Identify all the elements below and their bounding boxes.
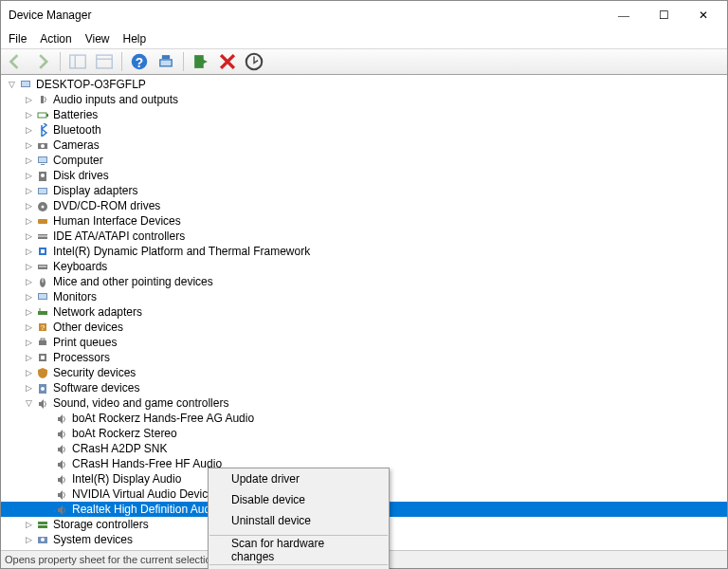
expand-arrow-icon[interactable]: ▷ — [24, 171, 33, 180]
collapse-arrow-icon[interactable]: ▽ — [7, 80, 16, 89]
context-menu[interactable]: Update driverDisable deviceUninstall dev… — [208, 468, 390, 569]
expand-arrow-icon[interactable]: ▷ — [24, 110, 33, 119]
expand-arrow-icon[interactable]: ▷ — [24, 231, 33, 241]
tree-category[interactable]: ▷Monitors — [1, 289, 727, 304]
tree-label: Processors — [53, 351, 110, 364]
forward-button[interactable] — [31, 50, 54, 73]
tree-label: Software devices — [53, 381, 139, 395]
expand-arrow-icon[interactable]: ▷ — [24, 247, 33, 256]
tree-category-sound[interactable]: ▽Sound, video and game controllers — [1, 395, 727, 411]
tree-category[interactable]: ▷Disk drives — [1, 168, 727, 183]
expand-arrow-icon[interactable]: ▷ — [24, 277, 33, 286]
properties-button[interactable] — [93, 50, 116, 73]
expand-arrow-icon[interactable]: ▷ — [24, 216, 33, 226]
help-button[interactable]: ? — [128, 50, 151, 73]
collapse-arrow-icon[interactable]: ▽ — [24, 398, 33, 408]
context-menu-item[interactable]: Scan for hardware changes — [209, 540, 389, 560]
menu-action[interactable]: Action — [40, 32, 71, 46]
tree-category[interactable]: ▷Bluetooth — [1, 122, 727, 138]
maximize-button[interactable]: ☐ — [644, 4, 683, 27]
expand-arrow-icon[interactable]: ▷ — [24, 201, 33, 211]
tree-device[interactable]: boAt Rockerz Hands-Free AG Audio — [1, 411, 727, 426]
svg-rect-7 — [161, 61, 172, 66]
tree-root[interactable]: ▽DESKTOP-O3FGFLP — [1, 77, 727, 92]
expand-arrow-icon[interactable]: ▷ — [24, 262, 33, 271]
tree-device[interactable]: boAt Rockerz Stereo — [1, 426, 727, 441]
scan-hardware-button[interactable] — [155, 50, 177, 73]
tree-label: Intel(R) Display Audio — [72, 472, 181, 486]
tree-category[interactable]: ▷Network adapters — [1, 304, 727, 320]
expand-arrow-icon[interactable]: ▷ — [24, 156, 33, 165]
software-icon — [36, 381, 49, 395]
tree-label: CRasH A2DP SNK — [72, 442, 167, 455]
device-manager-window: Device Manager — ☐ ✕ File Action View He… — [0, 0, 728, 569]
back-button[interactable] — [5, 50, 27, 73]
menu-help[interactable]: Help — [123, 32, 147, 46]
svg-point-22 — [41, 174, 45, 177]
statusbar-text: Opens property sheet for the current sel… — [5, 554, 220, 565]
tree-category[interactable]: ▷Mice and other pointing devices — [1, 274, 727, 289]
disable-device-button[interactable] — [216, 50, 239, 73]
tree-category[interactable]: ▷Intel(R) Dynamic Platform and Thermal F… — [1, 244, 727, 259]
tree-label: Mice and other pointing devices — [53, 275, 213, 288]
context-menu-item[interactable]: Uninstall device — [209, 510, 389, 531]
tree-category[interactable]: ▷Batteries — [1, 107, 727, 122]
close-button[interactable]: ✕ — [683, 4, 723, 27]
tree-label: Security devices — [53, 366, 136, 379]
expand-arrow-icon[interactable]: ▷ — [24, 140, 33, 150]
menu-file[interactable]: File — [9, 32, 27, 46]
ide-icon — [36, 229, 49, 243]
expand-arrow-icon[interactable]: ▷ — [24, 292, 33, 302]
tree-label: DVD/CD-ROM drives — [53, 199, 160, 212]
expand-arrow-icon[interactable]: ▷ — [24, 383, 33, 393]
context-menu-item[interactable]: Update driver — [209, 468, 389, 489]
minimize-button[interactable]: — — [604, 4, 644, 27]
expand-arrow-icon[interactable]: ▷ — [24, 368, 33, 377]
show-hide-tree-button[interactable] — [66, 50, 89, 73]
toolbar: ? — [1, 48, 727, 75]
menu-view[interactable]: View — [85, 32, 110, 46]
tree-label: Realtek High Definition Audio — [72, 503, 219, 516]
tree-category[interactable]: ▷Processors — [1, 350, 727, 365]
svg-rect-48 — [38, 522, 47, 524]
speaker-icon — [55, 503, 68, 516]
expand-arrow-icon[interactable]: ▷ — [24, 95, 33, 104]
tree-device[interactable]: CRasH A2DP SNK — [1, 441, 727, 456]
tree-label: CRasH Hands-Free HF Audio — [72, 457, 222, 470]
tree-indent — [43, 429, 52, 438]
camera-icon — [36, 138, 49, 152]
tree-label: Keyboards — [53, 260, 107, 273]
tree-category[interactable]: ▷?Other devices — [1, 320, 727, 335]
tree-category[interactable]: ▷IDE ATA/ATAPI controllers — [1, 229, 727, 244]
tree-category[interactable]: ▷Computer — [1, 153, 727, 168]
uninstall-device-button[interactable] — [243, 50, 265, 73]
expand-arrow-icon[interactable]: ▷ — [24, 520, 33, 529]
tree-category[interactable]: ▷Display adapters — [1, 183, 727, 198]
tree-category[interactable]: ▷Keyboards — [1, 259, 727, 274]
svg-point-26 — [42, 206, 45, 209]
svg-rect-0 — [70, 55, 86, 68]
audio-icon — [36, 93, 49, 106]
enable-device-button[interactable] — [190, 50, 212, 73]
tree-category[interactable]: ▷Human Interface Devices — [1, 213, 727, 229]
tree-category[interactable]: ▷Software devices — [1, 380, 727, 395]
svg-point-47 — [41, 387, 45, 391]
context-menu-item[interactable]: Disable device — [209, 489, 389, 510]
expand-arrow-icon[interactable]: ▷ — [24, 322, 33, 332]
expand-arrow-icon[interactable]: ▷ — [24, 353, 33, 362]
svg-point-51 — [41, 538, 45, 541]
tree-category[interactable]: ▷Print queues — [1, 335, 727, 350]
expand-arrow-icon[interactable]: ▷ — [24, 125, 33, 135]
tree-label: IDE ATA/ATAPI controllers — [53, 229, 185, 243]
expand-arrow-icon[interactable]: ▷ — [24, 307, 33, 317]
expand-arrow-icon[interactable]: ▷ — [24, 535, 33, 544]
svg-rect-38 — [38, 311, 47, 315]
tree-label: Print queues — [53, 336, 117, 349]
tree-category[interactable]: ▷Cameras — [1, 138, 727, 153]
tree-category[interactable]: ▷Security devices — [1, 365, 727, 380]
tree-category[interactable]: ▷DVD/CD-ROM drives — [1, 198, 727, 213]
tree-label: Computer — [53, 154, 103, 167]
expand-arrow-icon[interactable]: ▷ — [24, 186, 33, 195]
expand-arrow-icon[interactable]: ▷ — [24, 338, 33, 347]
tree-category[interactable]: ▷Audio inputs and outputs — [1, 92, 727, 107]
